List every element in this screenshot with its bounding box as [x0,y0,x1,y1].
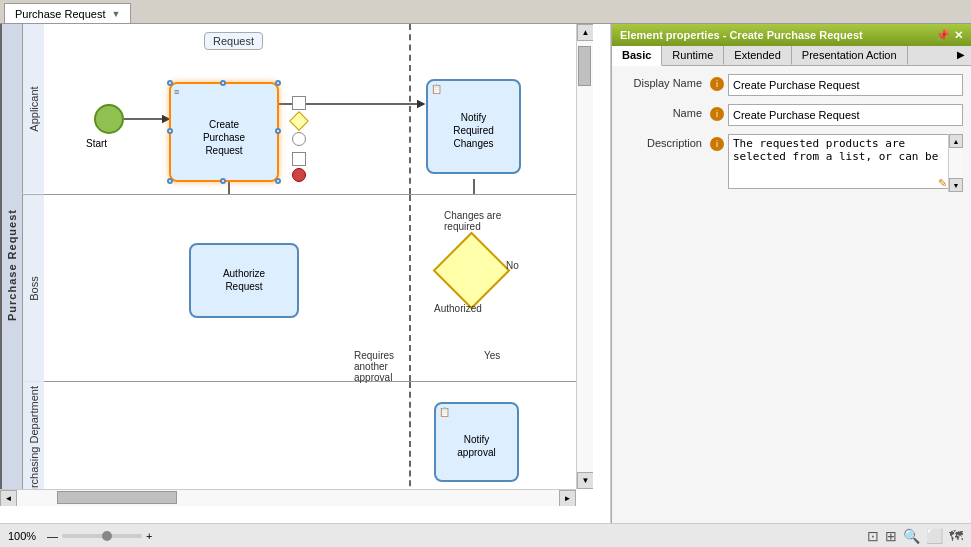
description-textarea-wrapper: The requested products are selected from… [728,134,963,192]
notify-required-changes-task[interactable]: 📋 NotifyRequiredChanges [426,79,521,174]
name-info-icon[interactable]: i [710,107,724,121]
zoom-level: 100% [8,530,43,542]
desc-scroll-up[interactable]: ▲ [949,134,963,148]
start-label: Start [86,138,107,149]
scroll-thumb-v[interactable] [578,46,591,86]
authorize-request-task[interactable]: AuthorizeRequest [189,243,299,318]
zoom-to-selection-icon[interactable]: 🔍 [903,528,920,544]
fit-width-icon[interactable]: ⬜ [926,528,943,544]
display-name-label: Display Name [620,74,710,89]
marker-end-event [292,168,306,182]
bpd-canvas[interactable]: Purchase Request Applicant [0,24,593,506]
panel-tabs-scroll[interactable]: ▶ [951,46,971,65]
desc-scroll-track[interactable] [949,148,963,178]
marker-diamond [289,111,309,131]
handle-mr[interactable] [275,128,281,134]
zoom-minus[interactable]: — [47,530,58,542]
zoom-track[interactable] [62,534,142,538]
scroll-thumb-h[interactable] [57,491,177,504]
authorized-gateway[interactable] [433,231,511,309]
desc-scroll-down[interactable]: ▼ [949,178,963,192]
scroll-track-h[interactable] [17,490,559,506]
dashed-purchasing [409,382,411,506]
tab-runtime[interactable]: Runtime [662,46,724,65]
lane-label-purchasing: Purchasing Department [22,382,44,506]
tab-presentation-action[interactable]: Presentation Action [792,46,908,65]
handle-tm[interactable] [220,80,226,86]
scroll-track-v[interactable] [577,41,593,472]
display-name-info-icon[interactable]: i [710,77,724,91]
vertical-scrollbar[interactable]: ▲ ▼ [576,24,593,489]
display-name-input[interactable] [728,74,963,96]
create-purchase-request-task[interactable]: ≡ CreatePurchaseRequest [169,82,279,182]
horizontal-scrollbar[interactable]: ◄ ► [0,489,576,506]
panel-title: Element properties - Create Purchase Req… [620,29,863,41]
name-field: Name i [620,104,963,126]
changes-required-label: Changes arerequired [444,210,501,232]
tab-extended[interactable]: Extended [724,46,791,65]
start-event[interactable] [94,104,124,134]
display-name-field: Display Name i [620,74,963,96]
requires-another-label: Requiresanotherapproval [354,350,394,383]
notify-changes-icon: 📋 [431,84,442,96]
scroll-up-btn[interactable]: ▲ [577,24,593,41]
lane-applicant: Applicant Request Start [22,24,593,195]
handle-br[interactable] [275,178,281,184]
name-label: Name [620,104,710,119]
scroll-left-btn[interactable]: ◄ [0,490,17,506]
zoom-thumb[interactable] [102,531,112,541]
tab-basic[interactable]: Basic [612,46,662,66]
description-scrollbar: ▲ ▼ [948,134,963,192]
handle-bm[interactable] [220,178,226,184]
shape-markers-2 [292,152,306,182]
description-textarea[interactable]: The requested products are selected from… [728,134,963,189]
display-name-input-wrapper [728,74,963,96]
tab-scroll-arrow[interactable]: ▼ [112,9,121,19]
description-edit-icon[interactable]: ✎ [938,177,947,190]
zoom-plus[interactable]: + [146,530,152,542]
zoom-controls: 100% — + [8,530,152,542]
dashed-boss [409,195,411,382]
content-area: Purchase Request Applicant [0,24,971,523]
lane-label-boss: Boss [22,195,44,382]
status-bar: 100% — + ⊡ ⊞ 🔍 ⬜ 🗺 [0,523,971,547]
lane-content-applicant: Request Start [44,24,593,194]
purchase-request-tab[interactable]: Purchase Request ▼ [4,3,131,23]
fit-page-icon[interactable]: ⊡ [867,528,879,544]
description-info-icon[interactable]: i [710,137,724,151]
shape-markers [292,96,306,146]
panel-header: Element properties - Create Purchase Req… [612,24,971,46]
close-icon[interactable]: ✕ [954,29,963,42]
notify-approval-task[interactable]: 📋 Notifyapproval [434,402,519,482]
lane-content-boss: Changes arerequired AuthorizeRequest No … [44,195,593,382]
minimap-icon[interactable]: 🗺 [949,528,963,544]
handle-tl[interactable] [167,80,173,86]
handle-ml[interactable] [167,128,173,134]
handle-tr[interactable] [275,80,281,86]
task-icon: ≡ [174,87,179,99]
scroll-right-btn[interactable]: ► [559,490,576,506]
panel-header-icons: 📌 ✕ [936,29,963,42]
marker-circle [292,132,306,146]
lanes-wrapper: Applicant Request Start [22,24,593,506]
lane-purchasing: Purchasing Department 📋 Notifyapproval [22,382,593,506]
dashed-separator [409,24,411,194]
handle-bl[interactable] [167,178,173,184]
pin-icon[interactable]: 📌 [936,29,950,42]
scroll-down-btn[interactable]: ▼ [577,472,593,489]
notify-approval-icon: 📋 [439,407,450,419]
no-label: No [506,260,519,271]
name-input-wrapper [728,104,963,126]
lane-label-applicant: Applicant [22,24,44,194]
marker-rect [292,96,306,110]
lane-content-purchasing: 📋 Notifyapproval [44,382,593,506]
name-input[interactable] [728,104,963,126]
tab-bar: Purchase Request ▼ [0,0,971,24]
status-icons: ⊡ ⊞ 🔍 ⬜ 🗺 [867,528,963,544]
grid-icon[interactable]: ⊞ [885,528,897,544]
marker-rect2 [292,152,306,166]
request-group-label: Request [204,32,263,50]
panel-body: Display Name i Name i Description [612,66,971,523]
yes-label: Yes [484,350,500,361]
pool-label: Purchase Request [0,24,22,506]
